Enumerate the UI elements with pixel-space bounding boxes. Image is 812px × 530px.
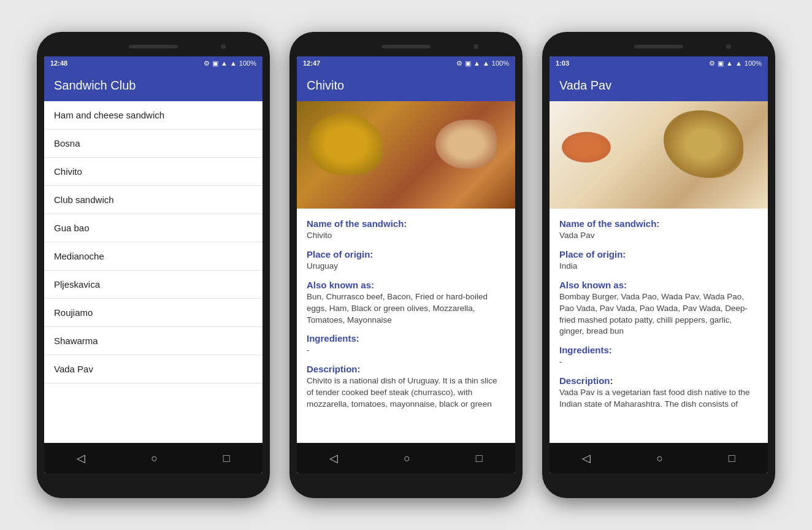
camera-1 [221,44,226,49]
vadapav-value-0: Vada Pav [559,230,758,242]
status-time-3: 1:03 [556,60,569,67]
sandwich-list: Ham and cheese sandwich Bosna Chivito Cl… [44,101,262,383]
signal-bars-1: ▲ [230,60,237,67]
vadapav-label-0: Name of the sandwich: [559,218,758,229]
phone-screen-1: 12:48 ⚙ ▣ ▲ ▲ 100% Sandwich Club Ham and… [44,56,262,474]
battery-3: 100% [745,60,762,67]
wifi-icon-1: ▲ [221,60,228,67]
list-item-2[interactable]: Chivito [44,158,262,186]
status-bar-1: 12:48 ⚙ ▣ ▲ ▲ 100% [44,56,262,70]
list-screen: Ham and cheese sandwich Bosna Chivito Cl… [44,101,262,443]
phone-screen-2: 12:47 ⚙ ▣ ▲ ▲ 100% Chivito Name of the s… [297,56,515,474]
signal-bars-3: ▲ [735,60,742,67]
vadapav-label-2: Also known as: [559,280,758,290]
speaker-2 [381,45,431,48]
home-button-1[interactable]: ○ [144,450,165,467]
back-button-1[interactable]: ◁ [69,449,93,467]
status-time-1: 12:48 [50,60,67,67]
vadapav-label-3: Ingredients: [559,345,758,355]
speaker-3 [634,45,683,48]
home-button-3[interactable]: ○ [649,450,670,467]
vadapav-image [550,101,768,209]
wifi-icon-2: ▲ [473,60,480,67]
vadapav-value-3: - [559,356,758,368]
nav-bar-2: ◁ ○ □ [297,443,515,474]
list-item-5[interactable]: Medianoche [44,242,262,271]
status-time-2: 12:47 [303,60,320,67]
list-item-1[interactable]: Bosna [44,129,262,158]
sim-icon-1: ▣ [212,60,218,67]
gear-icon-3: ⚙ [709,60,715,67]
list-item-4[interactable]: Gua bao [44,214,262,242]
vadapav-label-4: Description: [559,375,758,386]
battery-2: 100% [492,60,509,67]
app-header-2: Chivito [297,70,515,101]
chivito-image [297,101,515,209]
signal-bars-2: ▲ [483,60,489,67]
list-item-3[interactable]: Club sandwich [44,186,262,214]
back-button-3[interactable]: ◁ [575,449,598,467]
phone-top-bar-2 [297,39,515,54]
list-item-0[interactable]: Ham and cheese sandwich [44,101,262,129]
camera-3 [726,44,731,49]
detail-screen-vadapav: Name of the sandwich: Vada Pav Place of … [550,101,768,443]
app-header-1: Sandwich Club [44,70,262,101]
chivito-value-1: Uruguay [307,261,505,272]
app-title-1: Sandwich Club [54,79,136,92]
list-item-7[interactable]: Roujiamo [44,299,262,327]
chivito-label-3: Ingredients: [307,333,505,344]
nav-bar-1: ◁ ○ □ [44,443,262,474]
detail-screen-chivito: Name of the sandwich: Chivito Place of o… [297,101,515,443]
phone-chivito: 12:47 ⚙ ▣ ▲ ▲ 100% Chivito Name of the s… [289,32,523,498]
vadapav-label-1: Place of origin: [559,249,758,259]
nav-bar-3: ◁ ○ □ [550,443,768,474]
chivito-value-2: Bun, Churrasco beef, Bacon, Fried or har… [307,291,505,326]
vadapav-value-2: Bombay Burger, Vada Pao, Wada Pav, Wada … [559,291,758,338]
list-item-6[interactable]: Pljeskavica [44,271,262,299]
vadapav-value-4: Vada Pav is a vegetarian fast food dish … [559,387,758,410]
chivito-value-3: - [307,345,505,356]
chivito-label-2: Also known as: [307,280,505,290]
chivito-label-0: Name of the sandwich: [307,218,505,229]
list-item-8[interactable]: Shawarma [44,327,262,355]
wifi-icon-3: ▲ [726,60,733,67]
sim-icon-3: ▣ [718,60,724,67]
recent-button-3[interactable]: □ [721,450,743,467]
app-title-3: Vada Pav [559,79,611,92]
status-icons-3: ⚙ ▣ ▲ ▲ 100% [709,60,762,67]
chivito-detail-body: Name of the sandwich: Chivito Place of o… [297,209,515,418]
battery-1: 100% [239,60,256,67]
status-icons-1: ⚙ ▣ ▲ ▲ 100% [204,60,256,67]
gear-icon-2: ⚙ [456,60,462,67]
list-item-9[interactable]: Vada Pav [44,355,262,383]
chivito-value-4: Chivito is a national dish of Uruguay. I… [307,375,505,410]
chivito-label-1: Place of origin: [307,249,505,259]
phone-bottom-bar-2 [297,476,515,491]
app-title-2: Chivito [307,79,344,92]
back-button-2[interactable]: ◁ [322,449,345,467]
phone-top-bar-3 [550,39,768,54]
sim-icon-2: ▣ [465,60,471,67]
phone-top-bar-1 [44,39,262,54]
chivito-label-4: Description: [307,364,505,374]
phone-bottom-bar-3 [550,476,768,491]
home-button-2[interactable]: ○ [396,450,418,467]
recent-button-1[interactable]: □ [216,450,237,467]
speaker-1 [129,45,178,48]
status-bar-3: 1:03 ⚙ ▣ ▲ ▲ 100% [550,56,768,70]
recent-button-2[interactable]: □ [469,450,490,467]
app-header-3: Vada Pav [550,70,768,101]
vadapav-value-1: India [559,261,758,272]
chivito-value-0: Chivito [307,230,505,242]
status-bar-2: 12:47 ⚙ ▣ ▲ ▲ 100% [297,56,515,70]
phone-vadapav: 1:03 ⚙ ▣ ▲ ▲ 100% Vada Pav Name of the s… [542,32,775,498]
phone-list: 12:48 ⚙ ▣ ▲ ▲ 100% Sandwich Club Ham and… [37,32,270,498]
vadapav-detail-body: Name of the sandwich: Vada Pav Place of … [550,209,768,418]
status-icons-2: ⚙ ▣ ▲ ▲ 100% [456,60,509,67]
camera-2 [473,44,478,49]
phone-screen-3: 1:03 ⚙ ▣ ▲ ▲ 100% Vada Pav Name of the s… [550,56,768,474]
phone-bottom-bar-1 [44,476,262,491]
gear-icon-1: ⚙ [204,60,210,67]
